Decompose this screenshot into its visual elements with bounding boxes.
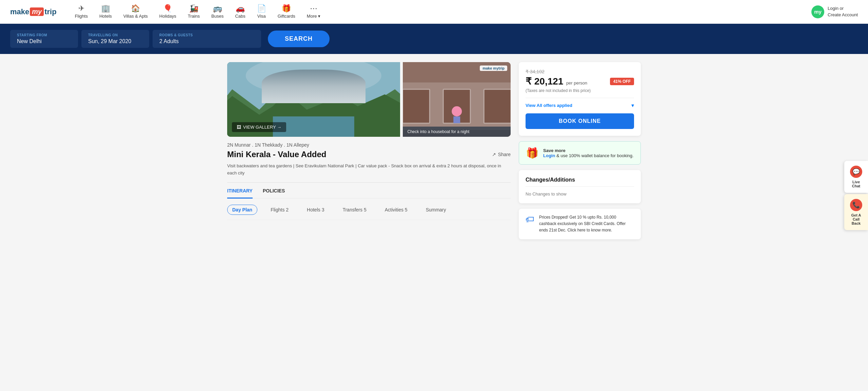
view-gallery-button[interactable]: 🖼 VIEW GALLERY → bbox=[232, 122, 286, 132]
sidebar-item-cabs[interactable]: 🚗 Cabs bbox=[230, 1, 250, 22]
tab-itinerary-label: ITINERARY bbox=[227, 188, 253, 193]
flights-icon: ✈ bbox=[78, 4, 84, 13]
share-label: Share bbox=[498, 152, 511, 157]
rooms-guests-field[interactable]: ROOMS & GUESTS 2 Adults bbox=[153, 30, 261, 48]
save-more-login-link[interactable]: Login bbox=[543, 153, 555, 158]
changes-title: Changes/Additions bbox=[526, 177, 634, 187]
subtab-transfers[interactable]: Transfers 5 bbox=[337, 205, 371, 215]
current-price-container: ₹ 20,121 per person bbox=[526, 76, 587, 87]
gallery-icon: 🖼 bbox=[237, 125, 241, 130]
subtabs-row: Day Plan Flights 2 Hotels 3 Transfers 5 … bbox=[227, 205, 511, 220]
holidays-icon: 🎈 bbox=[163, 4, 172, 13]
promo-text: Prices Dropped! Get 10 % upto Rs. 10,000… bbox=[539, 214, 634, 234]
package-title-row: Mini Kerala - Value Added ↗ Share bbox=[227, 150, 511, 159]
chevron-down-icon: ▾ bbox=[631, 102, 634, 109]
live-chat-button[interactable]: 💬 Live Chat bbox=[844, 161, 868, 193]
subtab-transfers-label: Transfers 5 bbox=[342, 207, 366, 212]
left-content: 🖼 VIEW GALLERY → bbox=[227, 62, 511, 239]
price-card: ₹ 34,102 ₹ 20,121 per person 41% OFF (Ta… bbox=[519, 62, 641, 136]
header-right: my Login or Create Account bbox=[811, 5, 858, 18]
package-subtitle: 2N Munnar . 1N Thekkady . 1N Allepey bbox=[227, 142, 511, 148]
sidebar-item-giftcards[interactable]: 🎁 Giftcards bbox=[273, 1, 300, 22]
logo-trip: trip bbox=[44, 7, 56, 16]
trains-icon: 🚂 bbox=[189, 4, 198, 13]
tab-itinerary[interactable]: ITINERARY bbox=[227, 188, 253, 199]
subtab-hotels[interactable]: Hotels 3 bbox=[302, 205, 329, 215]
offers-link: View All offers applied bbox=[526, 103, 572, 108]
nav-label-buses: Buses bbox=[211, 14, 223, 19]
gallery-caption: Check into a houseboat for a night bbox=[403, 127, 511, 137]
giftcards-icon: 🎁 bbox=[282, 4, 291, 13]
call-icon: 📞 bbox=[850, 199, 862, 211]
subtab-flights[interactable]: Flights 2 bbox=[265, 205, 294, 215]
more-icon: ⋯ bbox=[310, 4, 317, 13]
save-more-icon: 🎁 bbox=[526, 147, 538, 159]
sidebar-item-trains[interactable]: 🚂 Trains bbox=[183, 1, 205, 22]
nav-label-hotels: Hotels bbox=[99, 14, 112, 19]
travelling-on-field[interactable]: TRAVELLING ON Sun, 29 Mar 2020 bbox=[81, 30, 149, 48]
nav-label-cabs: Cabs bbox=[235, 14, 245, 19]
nav-label-trains: Trains bbox=[188, 14, 200, 19]
starting-from-value: New Delhi bbox=[17, 38, 71, 44]
starting-from-label: STARTING FROM bbox=[17, 33, 71, 37]
sidebar-item-visa[interactable]: 📄 Visa bbox=[252, 1, 271, 22]
book-online-button[interactable]: BOOK ONLINE bbox=[526, 113, 634, 129]
avatar: my bbox=[811, 5, 824, 18]
rooms-guests-label: ROOMS & GUESTS bbox=[159, 33, 254, 37]
starting-from-field[interactable]: STARTING FROM New Delhi bbox=[10, 30, 78, 48]
tab-policies[interactable]: POLICIES bbox=[263, 188, 285, 199]
buses-icon: 🚌 bbox=[213, 4, 222, 13]
discount-badge: 41% OFF bbox=[610, 78, 634, 85]
changes-card: Changes/Additions No Changes to show bbox=[519, 170, 641, 203]
svg-point-4 bbox=[246, 62, 381, 96]
svg-rect-15 bbox=[453, 116, 460, 123]
villas-icon: 🏠 bbox=[131, 4, 140, 13]
avatar-initials: my bbox=[814, 9, 822, 15]
save-more-card: 🎁 Save more Login & use 100% wallet bala… bbox=[519, 141, 641, 165]
logo-my: my bbox=[30, 7, 44, 16]
sidebar-item-buses[interactable]: 🚌 Buses bbox=[206, 1, 228, 22]
view-gallery-label: VIEW GALLERY → bbox=[243, 125, 281, 130]
sidebar-item-hotels[interactable]: 🏢 Hotels bbox=[95, 1, 117, 22]
promo-card[interactable]: 🏷 Prices Dropped! Get 10 % upto Rs. 10,0… bbox=[519, 209, 641, 239]
chat-icon: 💬 bbox=[850, 166, 862, 178]
search-button[interactable]: SEARCH bbox=[268, 31, 330, 47]
current-price: ₹ 20,121 bbox=[526, 76, 563, 87]
subtab-activities[interactable]: Activities 5 bbox=[380, 205, 413, 215]
houseboat-image bbox=[403, 62, 511, 137]
subtab-summary[interactable]: Summary bbox=[421, 205, 451, 215]
package-title: Mini Kerala - Value Added bbox=[227, 150, 327, 159]
sidebar-item-holidays[interactable]: 🎈 Holidays bbox=[155, 1, 181, 22]
hotels-icon: 🏢 bbox=[101, 4, 110, 13]
subtab-hotels-label: Hotels 3 bbox=[307, 207, 324, 212]
sidebar-item-more[interactable]: ⋯ More ▾ bbox=[302, 1, 325, 22]
visa-icon: 📄 bbox=[257, 4, 266, 13]
original-price: ₹ 34,102 bbox=[526, 69, 634, 74]
gallery-main-image: 🖼 VIEW GALLERY → bbox=[227, 62, 400, 137]
save-more-rest: & use 100% wallet balance for booking. bbox=[556, 153, 634, 158]
share-button[interactable]: ↗ Share bbox=[492, 152, 511, 157]
subtab-dayplan[interactable]: Day Plan bbox=[227, 205, 257, 215]
floating-buttons: 💬 Live Chat 📞 Get A Call Back bbox=[844, 161, 868, 230]
svg-rect-10 bbox=[403, 89, 430, 123]
header: make my trip ✈ Flights 🏢 Hotels 🏠 Villas… bbox=[0, 0, 868, 24]
sidebar-item-villas[interactable]: 🏠 Villas & Apts bbox=[119, 1, 153, 22]
travelling-on-label: TRAVELLING ON bbox=[88, 33, 142, 37]
callback-button[interactable]: 📞 Get A Call Back bbox=[844, 194, 868, 230]
share-icon: ↗ bbox=[492, 152, 496, 157]
callback-label: Get A Call Back bbox=[848, 213, 864, 225]
tab-policies-label: POLICIES bbox=[263, 188, 285, 193]
offers-row[interactable]: View All offers applied ▾ bbox=[526, 98, 634, 109]
logo[interactable]: make my trip bbox=[10, 7, 57, 16]
login-button[interactable]: my Login or Create Account bbox=[811, 5, 858, 18]
login-label: Login or bbox=[828, 5, 858, 12]
no-changes-text: No Changes to show bbox=[526, 191, 634, 197]
nav-label-giftcards: Giftcards bbox=[278, 14, 295, 19]
login-text: Login or Create Account bbox=[828, 5, 858, 18]
caption-text: Check into a houseboat for a night bbox=[408, 129, 470, 134]
gallery-secondary-image: make mytrip Check into a houseboat for a… bbox=[403, 62, 511, 137]
sidebar-item-flights[interactable]: ✈ Flights bbox=[70, 1, 93, 22]
subtab-activities-label: Activities 5 bbox=[385, 207, 408, 212]
per-person: per person bbox=[566, 80, 587, 86]
save-more-title: Save more bbox=[543, 148, 566, 153]
